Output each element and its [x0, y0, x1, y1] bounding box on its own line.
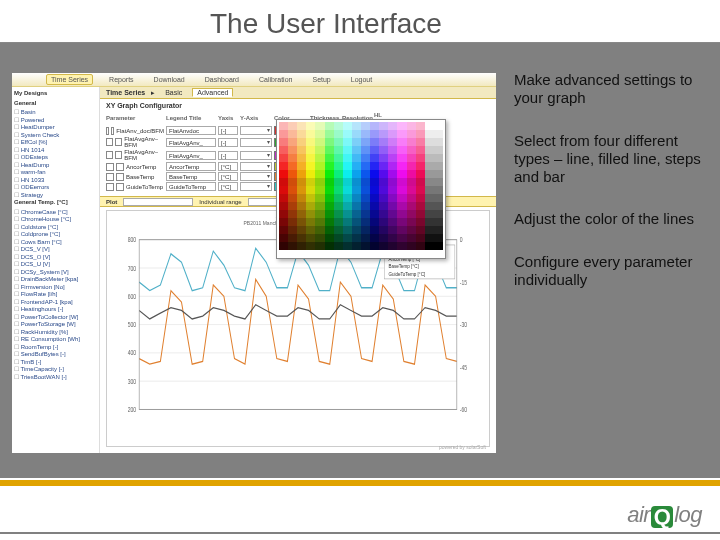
color-swatch[interactable]	[306, 130, 315, 138]
color-swatch[interactable]	[379, 242, 388, 250]
color-swatch[interactable]	[343, 138, 352, 146]
color-swatch[interactable]	[388, 202, 397, 210]
color-swatch[interactable]	[343, 218, 352, 226]
row-unit[interactable]: [-]	[218, 126, 238, 135]
color-swatch[interactable]	[379, 210, 388, 218]
row-axis[interactable]	[240, 162, 272, 171]
color-swatch[interactable]	[325, 202, 334, 210]
color-swatch[interactable]	[416, 234, 425, 242]
color-swatch[interactable]	[352, 194, 361, 202]
color-swatch[interactable]	[279, 186, 288, 194]
color-swatch[interactable]	[361, 138, 370, 146]
color-swatch[interactable]	[315, 226, 324, 234]
color-swatch[interactable]	[425, 202, 434, 210]
color-picker-popup[interactable]	[276, 119, 446, 259]
color-swatch[interactable]	[334, 146, 343, 154]
color-swatch[interactable]	[370, 234, 379, 242]
color-swatch[interactable]	[370, 194, 379, 202]
row-param[interactable]: FlatAnv_doc/BFM	[106, 127, 164, 135]
color-swatch[interactable]	[370, 162, 379, 170]
tree-item[interactable]: TriesBootWAN [-]	[14, 374, 97, 382]
color-swatch[interactable]	[397, 154, 406, 162]
color-swatch[interactable]	[425, 122, 434, 130]
color-swatch[interactable]	[306, 226, 315, 234]
color-swatch[interactable]	[352, 170, 361, 178]
color-swatch[interactable]	[279, 242, 288, 250]
color-swatch[interactable]	[297, 154, 306, 162]
color-swatch[interactable]	[297, 162, 306, 170]
color-swatch[interactable]	[306, 186, 315, 194]
tree-item[interactable]: FrontendAP-1 [kpa]	[14, 299, 97, 307]
color-swatch[interactable]	[370, 186, 379, 194]
row-axis[interactable]	[240, 172, 272, 181]
color-swatch[interactable]	[416, 146, 425, 154]
color-swatch[interactable]	[306, 162, 315, 170]
color-swatch[interactable]	[434, 138, 443, 146]
color-swatch[interactable]	[315, 154, 324, 162]
color-swatch[interactable]	[279, 194, 288, 202]
color-swatch[interactable]	[297, 178, 306, 186]
color-swatch[interactable]	[361, 146, 370, 154]
color-swatch[interactable]	[434, 210, 443, 218]
from-select[interactable]	[248, 198, 278, 206]
color-swatch[interactable]	[397, 194, 406, 202]
color-swatch[interactable]	[416, 170, 425, 178]
color-swatch[interactable]	[334, 234, 343, 242]
tree-item[interactable]: RackHumidity [%]	[14, 329, 97, 337]
color-swatch[interactable]	[288, 170, 297, 178]
tree-item[interactable]: SendBufBytes [-]	[14, 351, 97, 359]
row-param[interactable]: GuideToTemp	[106, 183, 164, 191]
color-swatch[interactable]	[325, 130, 334, 138]
color-swatch[interactable]	[325, 210, 334, 218]
nav-download[interactable]: Download	[150, 75, 189, 84]
color-swatch[interactable]	[343, 162, 352, 170]
color-swatch[interactable]	[407, 162, 416, 170]
color-swatch[interactable]	[370, 202, 379, 210]
color-swatch[interactable]	[325, 218, 334, 226]
tree-item[interactable]: FlowRate [l/h]	[14, 291, 97, 299]
color-swatch[interactable]	[279, 154, 288, 162]
color-swatch[interactable]	[361, 154, 370, 162]
color-swatch[interactable]	[407, 178, 416, 186]
color-swatch[interactable]	[388, 210, 397, 218]
color-swatch[interactable]	[416, 178, 425, 186]
color-swatch[interactable]	[425, 130, 434, 138]
color-swatch[interactable]	[352, 186, 361, 194]
color-swatch[interactable]	[370, 146, 379, 154]
color-swatch[interactable]	[352, 202, 361, 210]
color-swatch[interactable]	[425, 194, 434, 202]
row-legend[interactable]: GuideToTemp	[166, 182, 216, 191]
color-swatch[interactable]	[397, 210, 406, 218]
color-swatch[interactable]	[279, 170, 288, 178]
tree-item[interactable]: Coldstore [°C]	[14, 224, 97, 232]
color-swatch[interactable]	[306, 210, 315, 218]
color-swatch[interactable]	[361, 130, 370, 138]
color-swatch[interactable]	[416, 210, 425, 218]
color-swatch[interactable]	[370, 218, 379, 226]
row-param[interactable]: AncorTemp	[106, 163, 164, 171]
tree-item[interactable]: RoomTemp [-]	[14, 344, 97, 352]
color-swatch[interactable]	[434, 178, 443, 186]
color-swatch[interactable]	[361, 170, 370, 178]
color-swatch[interactable]	[407, 218, 416, 226]
color-swatch[interactable]	[407, 202, 416, 210]
tree-item[interactable]: Basin	[14, 109, 97, 117]
color-swatch[interactable]	[379, 170, 388, 178]
color-swatch[interactable]	[434, 202, 443, 210]
color-swatch[interactable]	[343, 186, 352, 194]
color-swatch[interactable]	[379, 162, 388, 170]
row-unit[interactable]: [°C]	[218, 172, 238, 181]
color-swatch[interactable]	[297, 122, 306, 130]
color-swatch[interactable]	[425, 154, 434, 162]
color-swatch[interactable]	[334, 242, 343, 250]
color-swatch[interactable]	[425, 186, 434, 194]
tree-item[interactable]: warm-fan	[14, 169, 97, 177]
color-swatch[interactable]	[315, 202, 324, 210]
color-swatch[interactable]	[379, 194, 388, 202]
color-swatch[interactable]	[407, 122, 416, 130]
color-swatch[interactable]	[288, 162, 297, 170]
color-swatch[interactable]	[416, 226, 425, 234]
color-swatch[interactable]	[379, 130, 388, 138]
color-swatch[interactable]	[315, 138, 324, 146]
color-swatch[interactable]	[288, 154, 297, 162]
